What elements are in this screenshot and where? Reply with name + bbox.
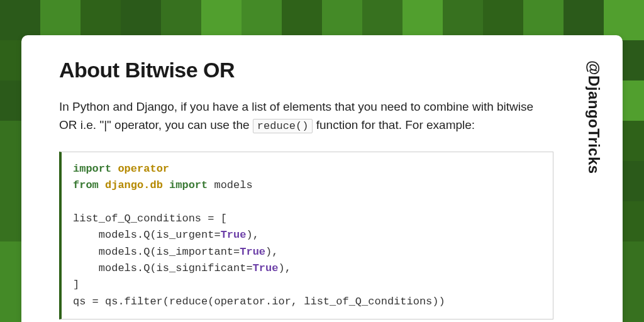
author-handle: @DjangoTricks: [585, 60, 602, 174]
bool-true-2: True: [253, 262, 279, 274]
intro-paragraph: In Python and Django, if you have a list…: [59, 97, 553, 135]
code-q0-prefix: models.Q(is_urgent=: [73, 229, 221, 241]
code-q0-suffix: ),: [246, 229, 258, 241]
keyword-import2: import: [169, 179, 208, 191]
module-django-db: django.db: [105, 179, 163, 191]
code-q2-prefix: models.Q(is_significant=: [73, 262, 253, 274]
bool-true-1: True: [240, 246, 265, 258]
code-example: import operator from django.db import mo…: [59, 152, 553, 319]
code-line-qs: qs = qs.filter(reduce(operator.ior, list…: [73, 296, 445, 308]
keyword-from: from: [73, 179, 99, 191]
article-card: @DjangoTricks About Bitwise OR In Python…: [21, 35, 623, 322]
code-q1-prefix: models.Q(is_important=: [73, 246, 240, 258]
inline-code-reduce: reduce(): [253, 119, 313, 133]
code-line-listclose: ]: [73, 279, 79, 291]
code-q2-suffix: ),: [278, 262, 291, 274]
code-line-listopen: list_of_Q_conditions = [: [73, 213, 227, 225]
code-q1-suffix: ),: [265, 246, 278, 258]
intro-text-after: function for that. For example:: [316, 118, 475, 131]
text-models: models: [208, 179, 252, 191]
bool-true-0: True: [221, 229, 247, 241]
module-operator: operator: [118, 163, 169, 175]
keyword-import: import: [73, 163, 111, 175]
article-title: About Bitwise OR: [59, 58, 553, 82]
